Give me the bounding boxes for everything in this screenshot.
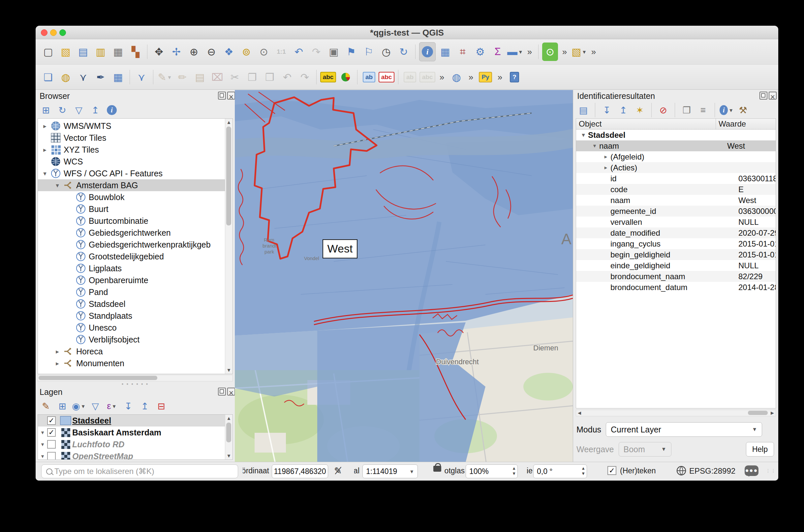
delete-selected-icon[interactable]: ⌧ (209, 68, 225, 87)
processing-toolbox-icon[interactable]: ⚙ (472, 42, 488, 61)
browser-tree-item-gebiedsgerichtwerken[interactable]: Gebiedsgerichtwerken (38, 227, 225, 239)
zoom-to-selection-icon[interactable]: ⊚ (239, 42, 254, 61)
resize-grip[interactable]: ⋮⋮ (766, 468, 776, 473)
layer-item-stadsdeel[interactable]: ✓Stadsdeel (38, 415, 232, 426)
layer-visibility-checkbox[interactable]: ✓ (47, 428, 56, 437)
expand-tree-icon[interactable]: ↧ (600, 103, 614, 117)
new-shapefile-layer-icon[interactable]: ⋎ (134, 68, 149, 87)
zoom-next-icon[interactable]: ↷ (308, 42, 324, 61)
identify-row--afgeleid-[interactable]: ▸(Afgeleid) (576, 151, 775, 162)
identify-settings-icon[interactable]: ⚒ (736, 103, 750, 117)
layer-item-luchtfoto-rd[interactable]: ▾Luchtfoto RD (38, 438, 232, 450)
float-panel-button[interactable] (760, 92, 767, 99)
collapse-tree-icon[interactable]: ↥ (616, 103, 630, 117)
chevron-right-icon[interactable]: ▸ (40, 146, 50, 154)
scrollbar-thumb[interactable] (748, 411, 768, 415)
add-vector-layer-icon[interactable]: ⋎ (75, 68, 91, 87)
chevron-down-icon[interactable]: ▾ (38, 453, 47, 460)
identify-row-naam[interactable]: ▾naamWest (576, 140, 775, 151)
browser-tree-item-verblijfsobject[interactable]: Verblijfsobject (38, 334, 225, 345)
python-console-icon[interactable]: Py (478, 68, 493, 87)
identify-row-date-modified[interactable]: date_modified2020-07-29 . (576, 227, 775, 238)
identify-row-naam[interactable]: naamWest (576, 195, 775, 206)
browser-tree-item-monumenten[interactable]: ▸Monumenten (38, 357, 225, 369)
browser-tree-item-buurtcombinatie[interactable]: Buurtcombinatie (38, 215, 225, 227)
messages-icon[interactable]: ●●● (745, 466, 759, 476)
toolbar-overflow-icon[interactable]: » (560, 42, 569, 61)
browser-tree-item-horeca[interactable]: ▸Horeca (38, 345, 225, 357)
browser-horizontal-scrollbar[interactable] (38, 375, 233, 381)
help-button[interactable]: Help (746, 442, 774, 457)
chevron-right-icon[interactable]: ▸ (52, 348, 62, 355)
paste-features-icon[interactable]: ❒ (262, 68, 278, 87)
form-view-icon[interactable]: ▤ (577, 103, 590, 117)
undo-icon[interactable]: ↶ (279, 68, 295, 87)
copy-feature-icon[interactable]: ❐ (680, 103, 693, 117)
pan-to-selection-icon[interactable]: ✢ (169, 42, 184, 61)
chevron-down-icon[interactable]: ▾ (38, 441, 47, 448)
clear-results-icon[interactable]: ⊘ (656, 103, 670, 117)
chevron-right-icon[interactable]: ▸ (601, 164, 611, 171)
toolbar-overflow-icon[interactable]: » (588, 42, 599, 61)
identify-row-brondocument-datum[interactable]: brondocument_datum2014-01-28 (576, 282, 775, 293)
help-icon[interactable]: ? (507, 68, 522, 87)
layer-visibility-checkbox[interactable]: ✓ (47, 416, 56, 425)
add-group-icon[interactable]: ⊞ (55, 399, 69, 413)
magnifier-spinbox[interactable]: 100% ▲▼ (466, 464, 518, 478)
browser-tree-item-ligplaats[interactable]: Ligplaats (38, 262, 225, 274)
select-by-rectangle-icon[interactable]: ▧▼ (571, 42, 587, 61)
identify-features-icon[interactable]: i (419, 42, 436, 61)
refresh-browser-icon[interactable]: ↻ (55, 103, 69, 117)
column-header-object[interactable]: Object (576, 119, 716, 129)
title-bar[interactable]: *qgis-test — QGIS (36, 26, 778, 39)
close-panel-button[interactable]: ✕ (227, 387, 235, 396)
scroll-down-icon[interactable]: ▼ (225, 452, 232, 459)
toolbar-overflow-icon[interactable]: » (495, 68, 505, 87)
expand-new-results-icon[interactable]: ✶ (633, 103, 647, 117)
chevron-right-icon[interactable]: ▸ (601, 153, 611, 160)
scroll-up-icon[interactable]: ▲ (225, 415, 232, 422)
coordinate-extent-toggle-icon[interactable]: ✎̸ (334, 466, 342, 476)
browser-tree-item-buurt[interactable]: Buurt (38, 203, 225, 215)
browser-tree-item-amsterdam-bag[interactable]: ▾Amsterdam BAG (38, 179, 225, 191)
new-map-view-icon[interactable]: ▣ (326, 42, 342, 61)
identify-mode-icon[interactable]: i▼ (719, 103, 733, 117)
identify-row-id[interactable]: id03630011872 (576, 173, 775, 184)
identify-horizontal-scrollbar[interactable]: ◀ ▶ (576, 410, 776, 416)
add-wms-layer-icon[interactable]: ◍ (58, 68, 74, 87)
browser-tree-item-grootstedelijkgebied[interactable]: Grootstedelijkgebied (38, 250, 225, 262)
scroll-right-icon[interactable]: ▶ (769, 410, 775, 416)
manage-map-themes-icon[interactable]: ◉▼ (72, 399, 86, 413)
statistical-summary-icon[interactable]: Σ (490, 42, 506, 61)
browser-tree-item-xyz-tiles[interactable]: ▸XYZ Tiles (38, 144, 225, 156)
float-panel-button[interactable] (218, 387, 226, 396)
chevron-down-icon[interactable]: ▾ (38, 429, 47, 436)
scroll-up-icon[interactable]: ▲ (225, 119, 232, 126)
modus-combo[interactable]: Current Layer ▼ (606, 422, 762, 437)
identify-row-vervallen[interactable]: vervallenNULL (576, 216, 775, 227)
open-project-icon[interactable]: ▧ (58, 42, 74, 61)
add-delimited-text-icon[interactable]: ✒ (93, 68, 109, 87)
cut-features-icon[interactable]: ✂ (227, 68, 243, 87)
statistics-abacus-icon[interactable]: ⌗ (455, 42, 471, 61)
chevron-right-icon[interactable]: ▸ (52, 360, 62, 367)
browser-tree-item-wms-wmts[interactable]: ▸WMS/WMTS (38, 120, 225, 132)
toolbar-overflow-icon[interactable]: » (525, 42, 535, 61)
filter-browser-icon[interactable]: ▽ (72, 103, 86, 117)
new-spatial-bookmark-icon[interactable]: ⚑ (343, 42, 359, 61)
identify-row-code[interactable]: codeE (576, 184, 775, 195)
browser-tree-item-gebiedsgerichtwerkenpraktijkgeb[interactable]: Gebiedsgerichtwerkenpraktijkgeb (38, 239, 225, 250)
render-checkbox[interactable]: ✓ (607, 466, 616, 475)
scroll-down-icon[interactable]: ▼ (225, 366, 232, 374)
print-response-icon[interactable]: ≡ (696, 103, 710, 117)
zoom-native-icon[interactable]: 1:1 (274, 42, 289, 61)
browser-tree-item-unesco[interactable]: Unesco (38, 322, 225, 334)
copy-features-icon[interactable]: ❐ (244, 68, 260, 87)
zoom-out-icon[interactable]: ⊖ (204, 42, 219, 61)
identify-row-stadsdeel[interactable]: ▾Stadsdeel (576, 130, 775, 140)
browser-tree-item-standplaats[interactable]: Standplaats (38, 310, 225, 322)
collapse-all-icon[interactable]: ↥ (88, 103, 102, 117)
save-project-icon[interactable]: ▤ (75, 42, 91, 61)
data-source-manager-icon[interactable]: ❏ (40, 68, 56, 87)
weergave-combo[interactable]: Boom ▼ (619, 442, 671, 457)
